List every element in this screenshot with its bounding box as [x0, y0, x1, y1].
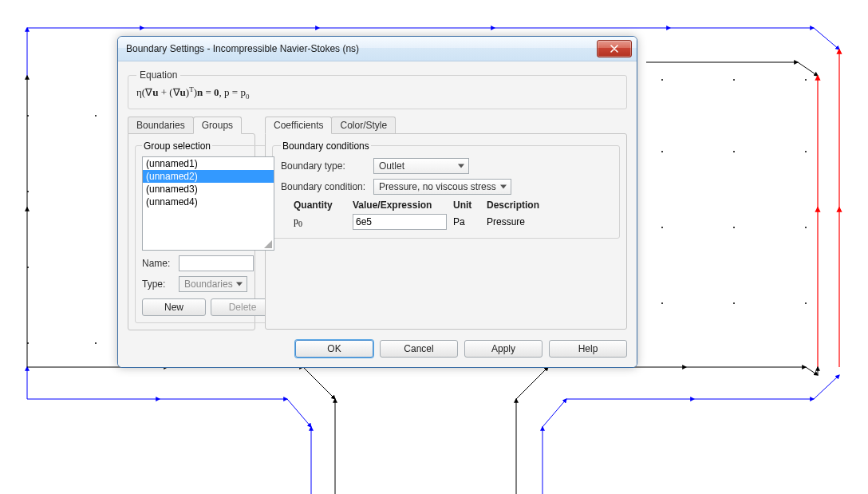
param-quantity: p0 — [281, 215, 348, 228]
svg-line-24 — [814, 28, 839, 49]
svg-line-28 — [798, 62, 818, 76]
close-icon — [610, 45, 619, 53]
boundary-condition-combo[interactable]: Pressure, no viscous stress — [373, 179, 511, 195]
svg-point-14 — [805, 79, 807, 81]
dialog-footer: OK Cancel Apply Help — [128, 340, 627, 358]
boundary-type-value: Outlet — [379, 160, 404, 172]
svg-point-15 — [805, 151, 807, 152]
param-description: Pressure — [487, 216, 611, 227]
name-label: Name: — [142, 258, 174, 269]
apply-button[interactable]: Apply — [464, 340, 542, 358]
resize-grip-icon — [264, 240, 272, 248]
svg-point-5 — [95, 342, 97, 344]
svg-point-6 — [661, 79, 663, 81]
name-field[interactable] — [179, 255, 254, 271]
svg-line-42 — [814, 375, 839, 399]
right-tabbar: Coefficients Color/Style — [265, 116, 627, 133]
equation-legend: Equation — [136, 69, 180, 81]
svg-point-11 — [733, 151, 735, 152]
svg-line-48 — [516, 367, 548, 399]
group-listbox[interactable]: (unnamed1) (unnamed2) (unnamed3) (unname… — [142, 156, 274, 251]
type-combo[interactable]: Boundaries — [179, 276, 247, 292]
params-row: p0 Pa Pressure — [281, 214, 611, 230]
right-column: Coefficients Color/Style Boundary condit… — [265, 116, 627, 330]
dialog-title: Boundary Settings - Incompressible Navie… — [126, 43, 597, 54]
svg-point-4 — [95, 115, 97, 117]
header-description: Description — [487, 200, 611, 211]
tab-color-style[interactable]: Color/Style — [331, 117, 396, 133]
tab-groups[interactable]: Groups — [193, 117, 242, 134]
cancel-button[interactable]: Cancel — [380, 340, 458, 358]
svg-point-13 — [733, 302, 735, 304]
boundary-condition-label: Boundary condition: — [281, 181, 369, 192]
left-tabbar: Boundaries Groups — [128, 116, 255, 133]
header-quantity: Quantity — [281, 200, 348, 211]
svg-point-10 — [733, 79, 735, 81]
svg-line-39 — [542, 399, 566, 427]
svg-line-45 — [303, 367, 335, 399]
close-button[interactable] — [597, 40, 632, 57]
equation-text: η(∇u + (∇u)T)n = 0, p = p0 — [136, 85, 618, 101]
ok-button[interactable]: OK — [295, 340, 373, 358]
header-unit: Unit — [453, 200, 482, 211]
group-selection-legend: Group selection — [142, 140, 212, 152]
param-unit: Pa — [453, 216, 482, 227]
chevron-down-icon — [236, 282, 243, 286]
boundary-type-combo[interactable]: Outlet — [373, 158, 469, 174]
boundary-conditions-legend: Boundary conditions — [281, 140, 371, 152]
group-selection-box: Group selection (unnamed1) (unnamed2) (u… — [135, 140, 282, 323]
titlebar[interactable]: Boundary Settings - Incompressible Navie… — [118, 37, 637, 61]
svg-point-12 — [733, 227, 735, 228]
boundary-settings-dialog: Boundary Settings - Incompressible Navie… — [117, 36, 637, 368]
param-value-field[interactable] — [353, 214, 447, 230]
boundary-type-label: Boundary type: — [281, 160, 369, 172]
svg-point-7 — [661, 151, 663, 152]
new-button[interactable]: New — [142, 298, 206, 316]
dialog-body: Equation η(∇u + (∇u)T)n = 0, p = p0 Boun… — [118, 61, 637, 367]
svg-point-9 — [661, 302, 663, 304]
chevron-down-icon — [458, 164, 464, 168]
list-item[interactable]: (unnamed2) — [143, 170, 274, 183]
tab-boundaries[interactable]: Boundaries — [128, 117, 194, 133]
left-tabpanel: Group selection (unnamed1) (unnamed2) (u… — [128, 133, 255, 330]
boundary-condition-value: Pressure, no viscous stress — [379, 181, 496, 192]
svg-line-51 — [806, 367, 818, 375]
list-item[interactable]: (unnamed4) — [143, 196, 274, 208]
equation-box: Equation η(∇u + (∇u)T)n = 0, p = p0 — [128, 69, 627, 109]
svg-point-16 — [805, 227, 807, 228]
svg-point-17 — [805, 302, 807, 304]
params-header: Quantity Value/Expression Unit Descripti… — [281, 200, 611, 211]
boundary-conditions-box: Boundary conditions Boundary type: Outle… — [272, 140, 620, 239]
svg-point-8 — [661, 227, 663, 228]
right-tabpanel: Boundary conditions Boundary type: Outle… — [265, 133, 627, 330]
svg-line-36 — [287, 399, 311, 427]
tab-coefficients[interactable]: Coefficients — [265, 117, 332, 134]
chevron-down-icon — [500, 184, 507, 188]
header-value: Value/Expression — [353, 200, 448, 211]
list-item[interactable]: (unnamed1) — [143, 157, 274, 170]
list-item[interactable]: (unnamed3) — [143, 183, 274, 196]
type-combo-value: Boundaries — [184, 279, 233, 290]
help-button[interactable]: Help — [549, 340, 627, 358]
left-column: Boundaries Groups Group selection (unnam… — [128, 116, 255, 330]
type-label: Type: — [142, 279, 174, 290]
